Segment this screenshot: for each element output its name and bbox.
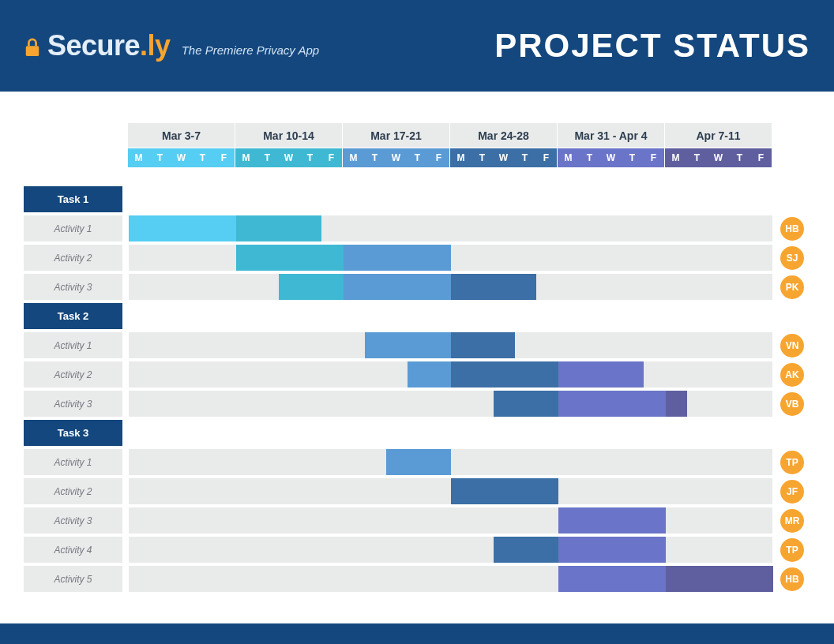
gantt-bar xyxy=(558,391,666,417)
task-label: Task 3 xyxy=(24,420,122,446)
activity-track xyxy=(129,245,772,271)
days-row: MTWTF xyxy=(128,148,235,167)
activity-track xyxy=(129,332,772,358)
activity-row: Activity 2SJ xyxy=(24,245,810,271)
day-cell: T xyxy=(471,148,493,167)
day-cell: T xyxy=(364,148,385,167)
day-cell: M xyxy=(665,148,686,167)
day-cell: F xyxy=(643,148,664,167)
activity-row: Activity 4TP xyxy=(24,537,810,563)
gantt-bar xyxy=(494,391,558,417)
activity-label: Activity 5 xyxy=(24,566,122,592)
day-cell: W xyxy=(278,148,299,167)
days-row: MTWTF xyxy=(558,148,664,167)
activity-row: Activity 5HB xyxy=(24,566,810,592)
activity-track xyxy=(129,566,772,592)
gantt-bar xyxy=(451,332,515,358)
day-cell: W xyxy=(493,148,514,167)
activity-row: Activity 3PK xyxy=(24,274,810,300)
week-label: Mar 31 - Apr 4 xyxy=(558,123,664,148)
week-label: Mar 3-7 xyxy=(128,123,235,148)
day-cell: T xyxy=(579,148,600,167)
day-cell: M xyxy=(235,148,257,167)
week-column: Mar 24-28MTWTF xyxy=(450,123,557,167)
owner-avatar: HB xyxy=(780,567,804,591)
activity-track xyxy=(129,507,772,534)
brand-text: Secure.ly xyxy=(47,29,171,62)
owner-avatar: HB xyxy=(780,217,804,241)
activity-label: Activity 2 xyxy=(24,478,122,504)
week-column: Apr 7-11MTWTF xyxy=(665,123,772,167)
day-cell: T xyxy=(686,148,708,167)
gantt-bar xyxy=(451,478,558,504)
owner-avatar: SJ xyxy=(780,246,804,270)
activity-row: Activity 1HB xyxy=(24,215,810,242)
day-cell: M xyxy=(128,148,149,167)
task-track xyxy=(129,420,772,446)
owner-avatar: TP xyxy=(780,451,804,474)
gantt-bar xyxy=(451,274,536,300)
gantt-bar xyxy=(236,215,321,242)
day-cell: T xyxy=(407,148,428,167)
week-column: Mar 31 - Apr 4MTWTF xyxy=(558,123,664,167)
gantt-bar xyxy=(129,215,236,242)
gantt-bar xyxy=(365,332,451,358)
brand-tagline: The Premiere Privacy App xyxy=(182,43,320,57)
activity-row: Activity 3VB xyxy=(24,391,810,417)
days-row: MTWTF xyxy=(450,148,557,167)
day-cell: M xyxy=(450,148,471,167)
day-cell: T xyxy=(192,148,213,167)
gantt-bar xyxy=(279,274,344,300)
week-label: Apr 7-11 xyxy=(665,123,772,148)
owner-avatar: PK xyxy=(780,275,804,299)
activity-label: Activity 1 xyxy=(24,215,122,242)
day-cell: T xyxy=(299,148,321,167)
days-row: MTWTF xyxy=(665,148,772,167)
day-cell: W xyxy=(171,148,192,167)
activity-label: Activity 3 xyxy=(24,274,122,300)
day-cell: F xyxy=(213,148,235,167)
gantt-bar xyxy=(236,245,344,271)
day-cell: W xyxy=(708,148,729,167)
task-header-row: Task 3 xyxy=(24,420,810,446)
activity-row: Activity 3MR xyxy=(24,507,810,534)
activity-track xyxy=(129,478,772,504)
activity-track xyxy=(129,449,772,475)
task-header-row: Task 2 xyxy=(24,303,810,329)
task-label: Task 1 xyxy=(24,186,122,212)
day-cell: T xyxy=(257,148,278,167)
activity-row: Activity 2JF xyxy=(24,478,810,504)
week-column: Mar 17-21MTWTF xyxy=(343,123,449,167)
gantt-bar xyxy=(344,245,451,271)
day-cell: F xyxy=(428,148,449,167)
day-cell: T xyxy=(514,148,535,167)
gantt-bar xyxy=(666,391,687,417)
gantt-bar xyxy=(344,274,451,300)
day-cell: T xyxy=(622,148,643,167)
week-column: Mar 10-14MTWTF xyxy=(235,123,342,167)
lock-icon xyxy=(24,37,41,58)
activity-row: Activity 1VN xyxy=(24,332,810,358)
brand-area: Secure.ly The Premiere Privacy App xyxy=(24,29,319,62)
footer-bar xyxy=(0,623,834,644)
days-row: MTWTF xyxy=(235,148,342,167)
owner-avatar: VN xyxy=(780,334,804,358)
activity-label: Activity 4 xyxy=(24,537,122,563)
day-cell: M xyxy=(343,148,364,167)
owner-avatar: AK xyxy=(780,363,804,387)
owner-avatar: TP xyxy=(780,538,804,562)
brand-logo: Secure.ly xyxy=(24,29,171,62)
gantt-bar xyxy=(494,537,558,563)
gantt-chart: Mar 3-7MTWTFMar 10-14MTWTFMar 17-21MTWTF… xyxy=(0,92,834,592)
gantt-bar xyxy=(558,507,666,534)
gantt-bar xyxy=(386,449,451,475)
gantt-bar xyxy=(451,361,558,388)
day-cell: W xyxy=(600,148,622,167)
week-column: Mar 3-7MTWTF xyxy=(128,123,235,167)
activity-row: Activity 1TP xyxy=(24,449,810,475)
activity-track xyxy=(129,537,772,563)
day-cell: F xyxy=(535,148,557,167)
task-track xyxy=(129,186,772,212)
day-cell: W xyxy=(385,148,407,167)
owner-avatar: JF xyxy=(780,480,804,504)
